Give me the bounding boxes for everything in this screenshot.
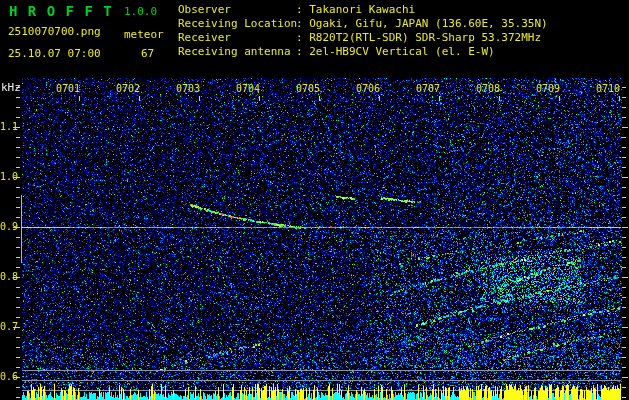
time-tick-label: 0709	[535, 83, 561, 94]
info-label: Observer	[178, 3, 296, 17]
info-value: 2el-HB9CV Vertical (el. E-W)	[309, 45, 494, 58]
freq-tick-label: 1.0	[0, 171, 13, 182]
info-separator: :	[296, 45, 309, 58]
time-tick-label: 0710	[595, 83, 621, 94]
time-tick-label: 0707	[415, 83, 441, 94]
info-label: Receiving antenna	[178, 45, 296, 59]
freq-tick-label: 0.8	[0, 271, 13, 282]
time-tick-label: 0706	[355, 83, 381, 94]
time-tick-label: 0703	[175, 83, 201, 94]
mode-label: meteor	[124, 28, 164, 41]
info-row: Observer: Takanori Kawachi	[178, 3, 548, 17]
time-tick-label: 0708	[475, 83, 501, 94]
meteor-count: 67	[141, 47, 154, 60]
output-filename: 2510070700.png	[8, 25, 101, 38]
info-row: Receiving antenna: 2el-HB9CV Vertical (e…	[178, 45, 548, 59]
info-label: Receiving Location	[178, 17, 296, 31]
info-separator: :	[296, 17, 309, 30]
info-value: R820T2(RTL-SDR) SDR-Sharp 53.372MHz	[309, 31, 541, 44]
time-tick-label: 0702	[115, 83, 141, 94]
time-tick-label: 0705	[295, 83, 321, 94]
station-info-block: Observer: Takanori KawachiReceiving Loca…	[178, 3, 548, 59]
info-separator: :	[296, 3, 309, 16]
freq-tick-label: 0.7	[0, 321, 13, 332]
hrofft-screenshot: H R O F F T 1.0.0 2510070700.png meteor …	[0, 0, 629, 400]
freq-tick-label: 0.6	[0, 371, 13, 382]
freq-tick-label: 0.9	[0, 221, 13, 232]
info-row: Receiving Location: Ogaki, Gifu, JAPAN (…	[178, 17, 548, 31]
info-label: Receiver	[178, 31, 296, 45]
app-version: 1.0.0	[124, 5, 157, 18]
observation-datetime: 25.10.07 07:00	[8, 47, 101, 60]
app-title: H R O F F T	[9, 3, 113, 19]
info-row: Receiver: R820T2(RTL-SDR) SDR-Sharp 53.3…	[178, 31, 548, 45]
freq-unit-label: kHz	[1, 81, 21, 94]
time-tick-label: 0704	[235, 83, 261, 94]
info-value: Ogaki, Gifu, JAPAN (136.60E, 35.35N)	[309, 17, 547, 30]
info-separator: :	[296, 31, 309, 44]
time-tick-label: 0701	[55, 83, 81, 94]
spectrogram-canvas	[0, 0, 629, 400]
info-value: Takanori Kawachi	[309, 3, 415, 16]
freq-tick-label: 1.1	[0, 121, 13, 132]
